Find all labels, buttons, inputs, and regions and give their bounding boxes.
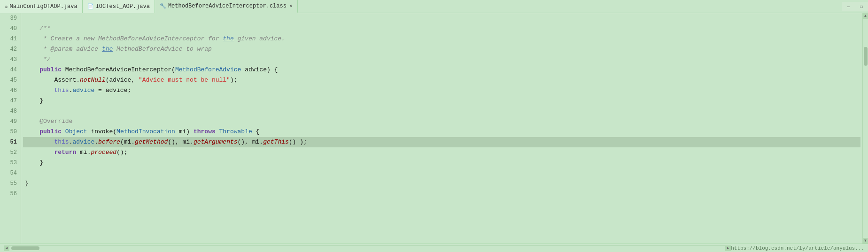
line-num-48: 48: [2, 106, 17, 116]
line-num-39: 39: [2, 13, 17, 23]
line-num-55: 55: [2, 178, 17, 189]
code-line-41: * Create a new MethodBeforeAdviceInterce…: [23, 34, 860, 44]
tab-ioc-test[interactable]: 📄 IOCTest_AOP.java: [83, 0, 155, 13]
code-line-49: @Override: [23, 116, 860, 127]
line-num-45: 45: [2, 75, 17, 85]
tab-interceptor-label: MethodBeforeAdviceInterceptor.class: [168, 3, 287, 9]
line-num-47: 47: [2, 96, 17, 106]
editor-body: 39 40 41 42 43 44 45 46 47 48 49 50 51 5…: [0, 13, 868, 244]
line-num-42: 42: [2, 44, 17, 54]
code-line-39: [23, 13, 860, 23]
code-line-42: * @param advice the MethodBeforeAdvice t…: [23, 44, 860, 54]
line-num-44: 44: [2, 65, 17, 75]
line-num-56: 56: [2, 189, 17, 199]
code-line-51: this.advice.before(mi.getMethod(), mi.ge…: [23, 137, 860, 147]
line-num-41: 41: [2, 34, 17, 44]
code-line-56: [23, 189, 860, 199]
window-controls: — ☐: [842, 0, 868, 13]
vertical-scrollbar[interactable]: ▲ ▼: [862, 13, 868, 244]
tab-interceptor[interactable]: 🔧 MethodBeforeAdviceInterceptor.class ×: [155, 0, 298, 13]
horizontal-scrollbar[interactable]: [9, 245, 725, 251]
code-line-44: public MethodBeforeAdviceInterceptor(Met…: [23, 65, 860, 75]
line-num-54: 54: [2, 168, 17, 178]
scroll-left-button[interactable]: ◀: [4, 245, 9, 251]
bottom-url: https://blog.csdn.net/ly/article/anyulus…: [731, 245, 864, 251]
code-line-43: */: [23, 54, 860, 65]
line-num-52: 52: [2, 147, 17, 158]
maximize-button[interactable]: ☐: [855, 2, 868, 11]
line-numbers: 39 40 41 42 43 44 45 46 47 48 49 50 51 5…: [0, 13, 21, 244]
code-line-52: return mi.proceed();: [23, 147, 860, 158]
tab-main-config[interactable]: ☕ MainConfigOfAOP.java: [0, 0, 83, 13]
tab-bar: ☕ MainConfigOfAOP.java 📄 IOCTest_AOP.jav…: [0, 0, 868, 13]
java-file-icon: ☕: [5, 3, 8, 9]
code-line-53: }: [23, 158, 860, 168]
code-area[interactable]: /** * Create a new MethodBeforeAdviceInt…: [21, 13, 862, 244]
line-num-40: 40: [2, 23, 17, 34]
close-tab-icon[interactable]: ×: [289, 3, 293, 9]
minimize-button[interactable]: —: [842, 2, 855, 11]
code-line-47: }: [23, 96, 860, 106]
code-line-40: /**: [23, 23, 860, 34]
java-file-icon-2: 📄: [87, 3, 94, 9]
bottom-bar: ◀ ▶ https://blog.csdn.net/ly/article/any…: [0, 244, 868, 252]
line-num-50: 50: [2, 127, 17, 137]
line-num-43: 43: [2, 54, 17, 65]
scroll-up-button[interactable]: ▲: [863, 13, 868, 19]
line-num-46: 46: [2, 85, 17, 96]
code-line-50: public Object invoke(MethodInvocation mi…: [23, 127, 860, 137]
code-line-48: [23, 106, 860, 116]
scroll-down-button[interactable]: ▼: [863, 238, 868, 244]
code-line-45: Assert.notNull(advice, "Advice must not …: [23, 75, 860, 85]
code-line-46: this.advice = advice;: [23, 85, 860, 96]
code-line-54: [23, 168, 860, 178]
scroll-h-thumb[interactable]: [11, 246, 39, 250]
tab-ioc-label: IOCTest_AOP.java: [96, 3, 150, 10]
class-file-icon: 🔧: [160, 3, 166, 9]
scroll-thumb[interactable]: [864, 47, 868, 66]
editor-container: ☕ MainConfigOfAOP.java 📄 IOCTest_AOP.jav…: [0, 0, 868, 252]
line-num-53: 53: [2, 158, 17, 168]
line-num-49: 49: [2, 116, 17, 127]
scroll-right-button[interactable]: ▶: [725, 245, 731, 251]
line-num-51: 51: [2, 137, 17, 147]
code-line-55: }: [23, 178, 860, 189]
tab-main-label: MainConfigOfAOP.java: [10, 3, 78, 10]
